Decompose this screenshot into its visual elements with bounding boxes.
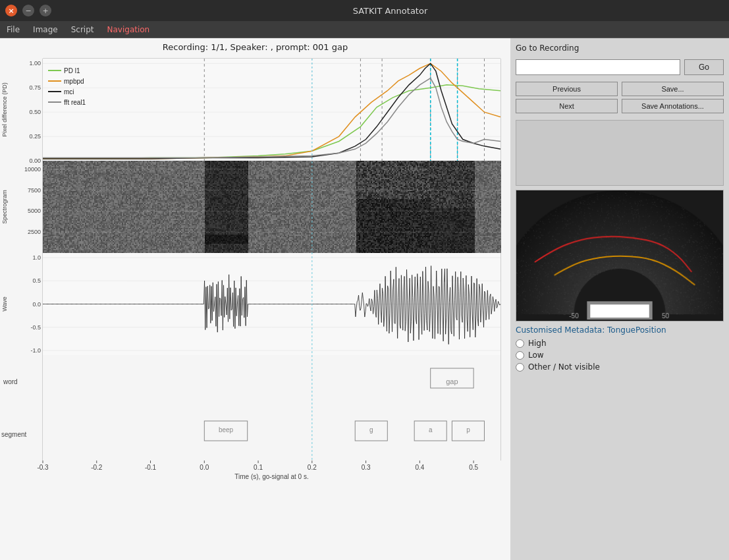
plot-area: Recording: 1/1, Speaker: , prompt: 001 g… — [0, 38, 510, 560]
radio-high[interactable] — [516, 339, 524, 348]
plot-container[interactable] — [0, 53, 510, 557]
minimize-button[interactable]: − — [22, 5, 34, 16]
previous-button[interactable]: Previous — [516, 82, 618, 96]
maximize-button[interactable]: + — [40, 5, 51, 16]
main-plot-canvas[interactable] — [0, 53, 510, 557]
recording-input[interactable] — [516, 59, 680, 75]
radio-other-row: Other / Not visible — [516, 362, 724, 372]
nav-row2: Next Save Annotations... — [516, 99, 724, 113]
menu-file[interactable]: File — [4, 24, 22, 36]
radio-low-row: Low — [516, 350, 724, 360]
menu-image[interactable]: Image — [30, 24, 61, 36]
right-panel: Go to Recording Go Previous Save... Next… — [510, 38, 729, 560]
menu-navigation[interactable]: Navigation — [105, 24, 153, 36]
metadata-title: Customised Metadata: TonguePosition — [516, 325, 724, 335]
metadata-section: Customised Metadata: TonguePosition High… — [516, 325, 724, 374]
save-button[interactable]: Save... — [622, 82, 724, 96]
tongue-canvas — [516, 190, 723, 321]
titlebar: × − + SATKIT Annotator — [0, 0, 729, 21]
radio-high-row: High — [516, 339, 724, 348]
radio-high-label: High — [528, 339, 547, 348]
menu-script[interactable]: Script — [68, 24, 97, 36]
nav-row: Previous Save... — [516, 82, 724, 96]
radio-other-label: Other / Not visible — [528, 362, 600, 372]
recording-title: Recording: 1/1, Speaker: , prompt: 001 g… — [0, 38, 510, 53]
radio-low-label: Low — [528, 350, 544, 360]
window-title: SATKIT Annotator — [57, 6, 724, 16]
image-preview — [516, 120, 724, 186]
menubar: File Image Script Navigation — [0, 21, 729, 38]
next-button[interactable]: Next — [516, 99, 618, 113]
go-button[interactable]: Go — [684, 59, 724, 75]
radio-low[interactable] — [516, 351, 524, 360]
radio-other[interactable] — [516, 363, 524, 372]
tongue-image-container — [516, 190, 724, 322]
close-button[interactable]: × — [5, 5, 17, 16]
go-row: Go — [516, 59, 724, 75]
go-to-recording-label: Go to Recording — [516, 43, 724, 53]
main-area: Recording: 1/1, Speaker: , prompt: 001 g… — [0, 38, 729, 560]
save-annotations-button[interactable]: Save Annotations... — [622, 99, 724, 113]
